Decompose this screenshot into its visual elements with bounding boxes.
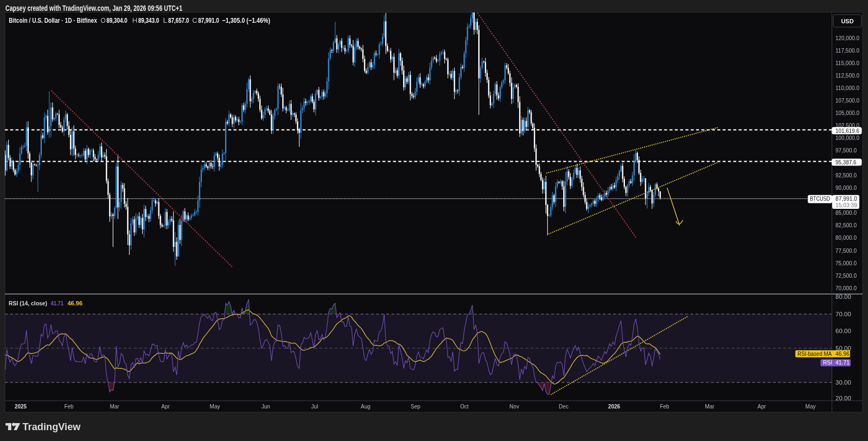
- svg-text:115,000.0: 115,000.0: [835, 60, 859, 66]
- svg-text:15:03:39: 15:03:39: [835, 202, 857, 208]
- svg-text:Apr: Apr: [161, 404, 170, 410]
- svg-text:92,500.0: 92,500.0: [835, 172, 857, 178]
- svg-text:Oct: Oct: [460, 404, 469, 410]
- svg-text:117,500.0: 117,500.0: [835, 47, 859, 54]
- svg-text:107,500.0: 107,500.0: [835, 97, 859, 104]
- svg-text:TradingView: TradingView: [23, 421, 81, 432]
- svg-text:Mar: Mar: [705, 404, 714, 410]
- svg-text:RSI (14, close): RSI (14, close): [9, 300, 47, 306]
- svg-text:110,000.0: 110,000.0: [835, 85, 859, 91]
- svg-text:87,657.0: 87,657.0: [168, 16, 189, 24]
- svg-text:89,304.0: 89,304.0: [106, 16, 127, 24]
- svg-text:87,991.0: 87,991.0: [835, 195, 857, 202]
- svg-text:100,000.0: 100,000.0: [835, 135, 859, 141]
- svg-text:H: H: [132, 16, 138, 24]
- svg-text:May: May: [806, 404, 816, 410]
- svg-text:46.96: 46.96: [68, 300, 83, 306]
- svg-text:Feb: Feb: [660, 404, 669, 410]
- svg-text:120,000.0: 120,000.0: [835, 35, 859, 41]
- svg-text:Nov: Nov: [509, 404, 519, 410]
- svg-text:BTCUSD: BTCUSD: [810, 195, 830, 202]
- svg-text:−1,305.0 (−1.46%): −1,305.0 (−1.46%): [222, 16, 271, 24]
- svg-text:87,991.0: 87,991.0: [198, 16, 219, 24]
- svg-text:Sep: Sep: [411, 404, 420, 410]
- svg-text:RSI-based MA: RSI-based MA: [797, 350, 832, 357]
- svg-text:O: O: [100, 16, 106, 24]
- svg-text:Apr: Apr: [757, 404, 766, 410]
- svg-text:85,000.0: 85,000.0: [835, 209, 857, 216]
- svg-text:30.00: 30.00: [835, 379, 851, 386]
- svg-text:97,500.0: 97,500.0: [835, 147, 857, 154]
- svg-text:112,500.0: 112,500.0: [835, 72, 859, 79]
- svg-text:Feb: Feb: [64, 404, 74, 410]
- svg-text:70.00: 70.00: [835, 311, 851, 317]
- svg-text:Jun: Jun: [261, 404, 270, 410]
- svg-text:101,619.6: 101,619.6: [835, 127, 859, 134]
- svg-text:75,000.0: 75,000.0: [835, 260, 857, 266]
- svg-text:70,000.0: 70,000.0: [835, 285, 857, 291]
- svg-text:Dec: Dec: [559, 404, 569, 410]
- svg-text:105,000.0: 105,000.0: [835, 110, 859, 116]
- svg-text:L: L: [163, 16, 168, 24]
- svg-text:Aug: Aug: [361, 404, 371, 410]
- svg-text:90,000.0: 90,000.0: [835, 184, 857, 191]
- svg-text:60.00: 60.00: [835, 328, 851, 334]
- svg-text:41.71: 41.71: [835, 359, 850, 366]
- svg-text:2025: 2025: [15, 404, 27, 410]
- svg-text:72,500.0: 72,500.0: [835, 272, 857, 279]
- svg-text:USD: USD: [841, 18, 853, 24]
- svg-text:41.71: 41.71: [51, 300, 64, 306]
- svg-text:80.00: 80.00: [835, 293, 851, 300]
- svg-text:77,500.0: 77,500.0: [835, 247, 857, 254]
- svg-text:RSI: RSI: [823, 359, 832, 366]
- svg-text:Jul: Jul: [311, 404, 318, 410]
- svg-text:Bitcoin / U.S. Dollar · 1D · B: Bitcoin / U.S. Dollar · 1D · Bitfinex: [9, 16, 97, 24]
- svg-text:Capsey created with TradingVie: Capsey created with TradingView.com, Jan…: [5, 4, 182, 12]
- svg-text:Mar: Mar: [110, 404, 119, 410]
- svg-text:May: May: [210, 404, 220, 410]
- svg-text:46.96: 46.96: [835, 350, 850, 357]
- svg-text:95,387.6: 95,387.6: [835, 159, 857, 165]
- svg-text:89,343.0: 89,343.0: [138, 16, 159, 24]
- svg-text:2026: 2026: [608, 404, 621, 410]
- svg-text:82,500.0: 82,500.0: [835, 222, 857, 228]
- svg-text:80,000.0: 80,000.0: [835, 234, 857, 241]
- svg-text:C: C: [192, 16, 197, 24]
- svg-text:20.00: 20.00: [835, 395, 851, 401]
